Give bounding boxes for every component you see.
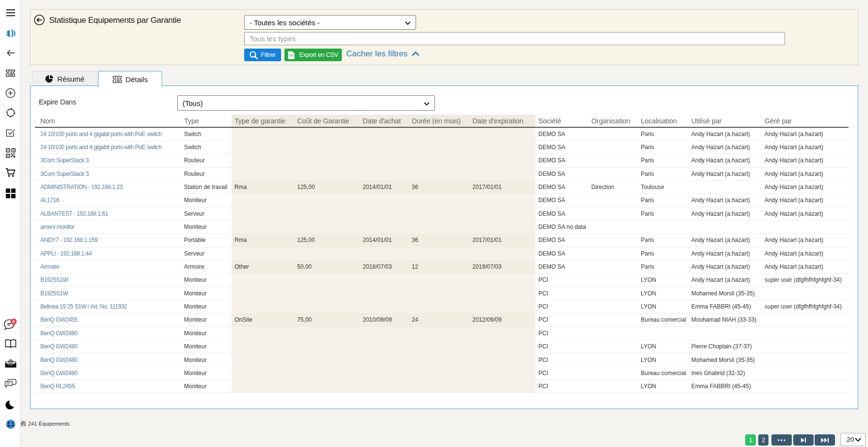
- svg-text:8: 8: [12, 319, 15, 324]
- svg-text:CSV: CSV: [289, 54, 294, 57]
